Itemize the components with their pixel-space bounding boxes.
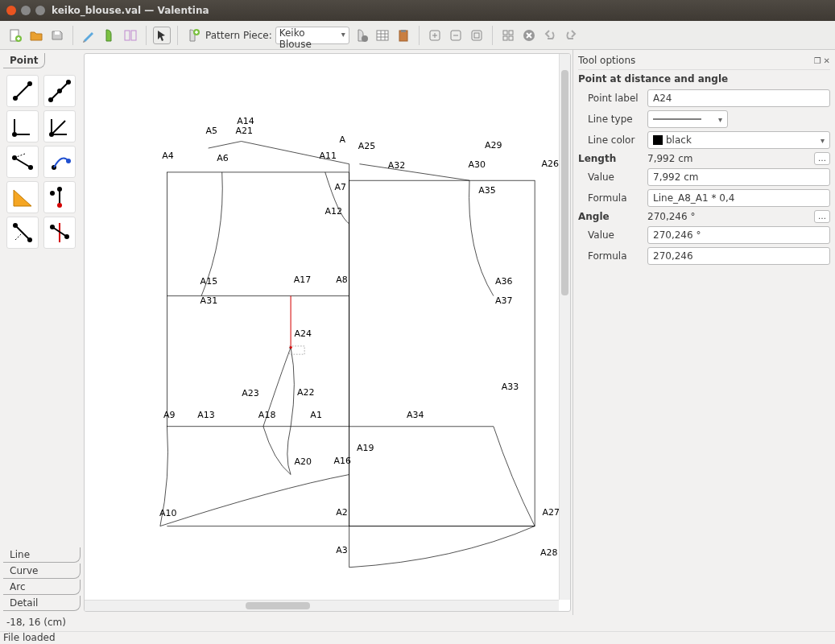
svg-line-35 — [14, 158, 31, 167]
zoom-fit-icon[interactable] — [468, 27, 486, 44]
point-alongline-tool[interactable] — [43, 75, 76, 107]
point-label: A31 — [200, 295, 218, 306]
minimize-icon[interactable] — [21, 6, 31, 15]
panel-close-icon[interactable]: ✕ — [824, 56, 830, 65]
sidebar-tab-curve[interactable]: Curve — [3, 564, 81, 579]
line-color-lbl: Line color — [578, 134, 643, 146]
point-label: A5 — [206, 126, 218, 136]
close-icon[interactable] — [6, 6, 16, 15]
point-endline-tool[interactable] — [6, 75, 39, 107]
point-label: A7 — [334, 182, 346, 192]
point-label-input[interactable] — [647, 89, 830, 107]
sidebar-tab-line[interactable]: Line — [3, 547, 81, 563]
save-file-icon[interactable] — [48, 27, 66, 44]
redo-icon[interactable] — [562, 27, 580, 44]
point-lineintersectaxis-tool[interactable] — [43, 217, 76, 249]
length-formula-lbl: Formula — [578, 192, 643, 204]
svg-line-21 — [15, 84, 30, 98]
point-label: A11 — [320, 151, 337, 161]
vertical-scrollbar[interactable] — [559, 54, 570, 600]
drawing-canvas[interactable]: A14A5A21AA25A29A4A6A11A32A30A26A7A35A12A… — [84, 53, 571, 612]
svg-rect-17 — [509, 36, 513, 40]
config-pattern-icon[interactable] — [353, 27, 370, 44]
main-toolbar: Pattern Piece: Keiko Blouse — [0, 21, 835, 50]
clipboard-icon[interactable] — [395, 27, 412, 44]
detail-tool-icon[interactable] — [101, 27, 118, 44]
point-label: A29 — [485, 140, 502, 151]
svg-line-46 — [15, 232, 23, 240]
svg-rect-9 — [401, 30, 406, 32]
point-triangle-tool[interactable] — [6, 181, 39, 213]
point-label: A — [339, 134, 345, 145]
undo-icon[interactable] — [541, 27, 559, 44]
point-label: A3 — [336, 545, 348, 555]
svg-point-6 — [362, 35, 368, 42]
angle-formula-input[interactable] — [647, 247, 830, 265]
point-label: A27 — [542, 507, 560, 518]
svg-rect-13 — [474, 33, 479, 38]
point-label: A19 — [357, 443, 374, 453]
svg-point-42 — [57, 203, 62, 208]
point-label: A1 — [310, 410, 322, 420]
line-type-select[interactable] — [647, 110, 728, 128]
new-file-icon[interactable] — [6, 27, 24, 44]
point-label: A22 — [297, 387, 315, 398]
zoom-in-icon[interactable] — [426, 27, 444, 44]
sidebar-tab-detail[interactable]: Detail — [3, 596, 81, 611]
titlebar: keiko_blouse.val — Valentina — [0, 0, 835, 21]
length-value-lbl: Value — [578, 171, 643, 183]
point-label: A13 — [197, 410, 215, 420]
point-label: A35 — [478, 185, 496, 196]
draw-tool-icon[interactable] — [80, 27, 97, 44]
point-normal-tool[interactable] — [6, 110, 39, 142]
coord-display: -18, 16 (cm) — [0, 615, 835, 631]
maximize-icon[interactable] — [35, 6, 45, 15]
svg-line-32 — [52, 121, 65, 134]
layout-tool-icon[interactable] — [122, 27, 139, 44]
point-label: A18 — [258, 410, 276, 420]
stop-icon[interactable] — [520, 27, 538, 44]
tool-options-panel: Tool options ❐✕ Point at distance and an… — [573, 50, 835, 615]
angle-lbl: Angle — [578, 211, 643, 222]
svg-point-41 — [57, 187, 62, 192]
line-color-select[interactable]: black — [647, 131, 830, 149]
angle-edit-button[interactable]: … — [814, 210, 830, 223]
zoom-original-icon[interactable] — [499, 27, 517, 44]
panel-section-title: Point at distance and angle — [578, 73, 830, 85]
panel-undock-icon[interactable]: ❐ — [814, 56, 821, 65]
length-lbl: Length — [578, 153, 643, 164]
point-contact-tool[interactable] — [43, 146, 76, 178]
new-pattern-piece-icon[interactable] — [184, 27, 202, 44]
point-label: A32 — [388, 160, 406, 171]
angle-value-input[interactable] — [647, 226, 830, 244]
point-label: A9 — [163, 410, 176, 420]
svg-rect-3 — [125, 31, 130, 40]
point-bisector-tool[interactable] — [43, 110, 76, 142]
horizontal-scrollbar[interactable] — [85, 600, 559, 611]
svg-rect-15 — [509, 31, 513, 35]
point-intersection-tool[interactable] — [43, 181, 76, 213]
svg-rect-12 — [472, 31, 482, 40]
status-bar: File loaded — [0, 631, 835, 644]
point-label: A2 — [336, 507, 348, 518]
length-formula-input[interactable] — [647, 189, 830, 207]
point-height-tool[interactable] — [6, 217, 39, 249]
point-label: A34 — [407, 410, 424, 420]
pointer-tool-icon[interactable] — [153, 27, 171, 44]
point-label: A37 — [495, 295, 513, 306]
length-edit-button[interactable]: … — [814, 152, 830, 165]
table-icon[interactable] — [374, 27, 391, 44]
panel-title: Tool options — [578, 55, 635, 66]
pattern-piece-select[interactable]: Keiko Blouse — [275, 27, 349, 44]
open-file-icon[interactable] — [27, 27, 45, 44]
point-shoulder-tool[interactable] — [6, 146, 39, 178]
pattern-drawing — [85, 54, 559, 600]
point-label: A17 — [294, 275, 312, 285]
point-label: A20 — [295, 456, 312, 467]
point-label: A33 — [502, 382, 519, 392]
sidebar-tab-arc[interactable]: Arc — [3, 580, 81, 595]
point-label: A26 — [542, 159, 560, 169]
zoom-out-icon[interactable] — [447, 27, 465, 44]
sidebar-tab-point[interactable]: Point — [3, 53, 45, 68]
length-value-input[interactable] — [647, 168, 830, 186]
